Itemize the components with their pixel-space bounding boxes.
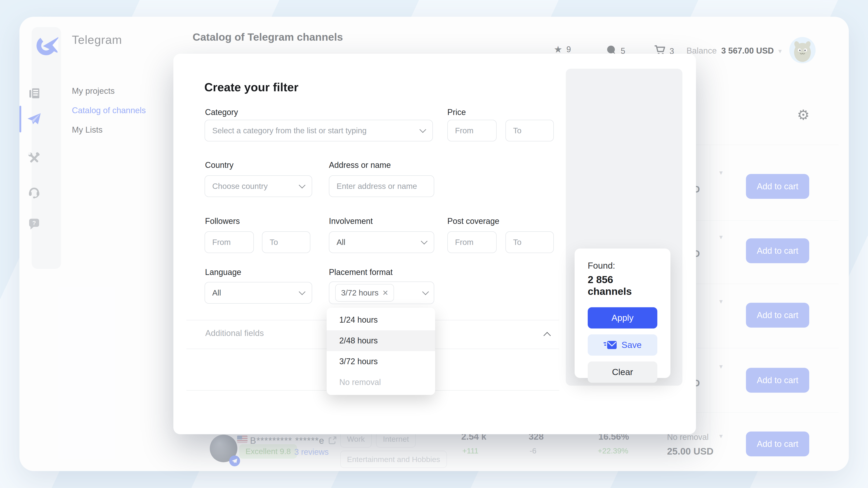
price-label: Price bbox=[447, 107, 466, 117]
placeholder-text: From bbox=[455, 238, 473, 247]
modal-title: Create your filter bbox=[204, 80, 298, 94]
chevron-up-icon[interactable] bbox=[544, 332, 551, 339]
followers-to-input[interactable]: To bbox=[262, 231, 310, 253]
filter-modal: Create your filter Category Select a cat… bbox=[174, 54, 696, 434]
results-card: Found: 2 856 channels Apply Save Clear bbox=[575, 249, 671, 378]
placement-format-dropdown: 1/24 hours 2/48 hours 3/72 hours No remo… bbox=[327, 308, 435, 395]
placement-format-label: Placement format bbox=[329, 267, 393, 277]
chevron-down-icon bbox=[299, 288, 306, 295]
send-mail-icon bbox=[603, 340, 617, 350]
followers-from-input[interactable]: From bbox=[205, 231, 254, 253]
language-select[interactable]: All bbox=[205, 282, 312, 304]
chevron-down-icon bbox=[420, 126, 426, 133]
selected-format-chip[interactable]: 3/72 hours × bbox=[335, 284, 394, 302]
category-select[interactable]: Select a category from the list or start… bbox=[205, 120, 433, 141]
involvement-label: Involvement bbox=[329, 217, 373, 226]
placeholder-text: To bbox=[513, 238, 522, 247]
found-label: Found: bbox=[588, 261, 657, 271]
address-label: Address or name bbox=[329, 160, 391, 170]
chevron-down-icon bbox=[422, 288, 429, 295]
clear-label: Clear bbox=[612, 367, 633, 377]
placeholder-text: To bbox=[513, 126, 522, 135]
clear-button[interactable]: Clear bbox=[588, 361, 657, 383]
country-select[interactable]: Choose country bbox=[205, 175, 312, 197]
involvement-select[interactable]: All bbox=[329, 231, 434, 253]
dropdown-option-no-removal[interactable]: No removal bbox=[327, 372, 435, 393]
apply-button[interactable]: Apply bbox=[588, 307, 657, 328]
price-to-input[interactable]: To bbox=[505, 120, 554, 141]
save-label: Save bbox=[622, 340, 642, 350]
apply-label: Apply bbox=[612, 313, 633, 323]
address-input[interactable]: Enter address or name bbox=[329, 175, 434, 197]
language-label: Language bbox=[205, 267, 241, 277]
country-label: Country bbox=[205, 160, 234, 170]
found-count: 2 856 channels bbox=[588, 274, 657, 297]
chip-label: 3/72 hours bbox=[341, 288, 378, 297]
address-placeholder: Enter address or name bbox=[337, 182, 417, 191]
dropdown-option-1-24[interactable]: 1/24 hours bbox=[327, 310, 435, 330]
placeholder-text: From bbox=[212, 238, 231, 247]
post-coverage-from-input[interactable]: From bbox=[447, 231, 497, 253]
price-from-input[interactable]: From bbox=[447, 120, 497, 141]
placeholder-text: To bbox=[270, 238, 278, 247]
save-button[interactable]: Save bbox=[588, 334, 657, 356]
category-placeholder: Select a category from the list or start… bbox=[212, 126, 367, 135]
post-coverage-label: Post coverage bbox=[447, 217, 499, 226]
chevron-down-icon bbox=[299, 182, 306, 188]
chevron-down-icon bbox=[421, 238, 428, 245]
additional-fields-label: Additional fields bbox=[205, 328, 264, 338]
dropdown-option-2-48[interactable]: 2/48 hours bbox=[327, 330, 435, 351]
placeholder-text: From bbox=[455, 126, 473, 135]
dropdown-option-3-72[interactable]: 3/72 hours bbox=[327, 351, 435, 372]
placement-format-multiselect[interactable]: 3/72 hours × bbox=[329, 282, 434, 304]
followers-label: Followers bbox=[205, 217, 240, 226]
involvement-value: All bbox=[337, 238, 345, 247]
post-coverage-to-input[interactable]: To bbox=[505, 231, 554, 253]
country-placeholder: Choose country bbox=[212, 182, 268, 191]
category-label: Category bbox=[205, 107, 238, 117]
close-icon[interactable]: × bbox=[382, 288, 388, 297]
language-value: All bbox=[212, 288, 221, 297]
